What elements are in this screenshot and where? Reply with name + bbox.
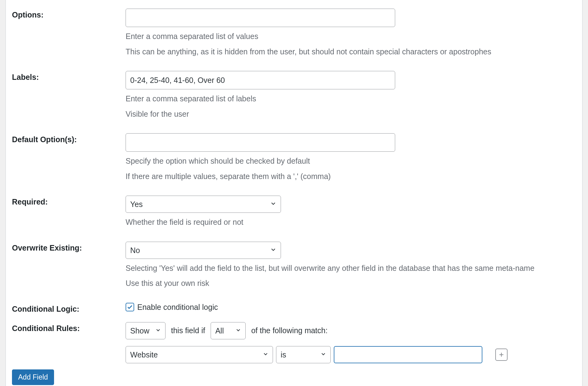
label-conditional-logic: Conditional Logic: — [12, 303, 126, 314]
rules-text-2: of the following match: — [251, 326, 328, 335]
row-options: Options: Enter a comma separated list of… — [12, 9, 576, 57]
overwrite-help-2: Use this at your own risk — [126, 278, 576, 289]
rule-action-select-wrap: Show — [126, 322, 165, 339]
label-required: Required: — [12, 196, 126, 206]
row-default-options: Default Option(s): Specify the option wh… — [12, 133, 576, 182]
required-select-wrap: Yes — [126, 196, 281, 213]
row-conditional-logic: Conditional Logic: Enable conditional lo… — [12, 303, 576, 314]
default-options-help-1: Specify the option which should be check… — [126, 155, 576, 167]
add-rule-button[interactable] — [495, 349, 508, 361]
rule-op-select-wrap: is — [276, 346, 331, 363]
rule-match-select[interactable]: All — [211, 322, 246, 339]
label-default-options: Default Option(s): — [12, 133, 126, 144]
row-overwrite: Overwrite Existing: No Selecting 'Yes' w… — [12, 242, 576, 289]
overwrite-select[interactable]: No — [126, 242, 281, 259]
labels-input[interactable] — [126, 71, 395, 89]
conditional-logic-checkbox-label: Enable conditional logic — [137, 303, 218, 312]
labels-help-1: Enter a comma separated list of labels — [126, 93, 576, 105]
required-select[interactable]: Yes — [126, 196, 281, 213]
row-conditional-rules: Conditional Rules: Show this field if Al… — [12, 322, 576, 363]
conditional-logic-checkbox[interactable] — [126, 303, 134, 311]
field-settings-panel: Options: Enter a comma separated list of… — [6, 0, 582, 386]
options-help-1: Enter a comma separated list of values — [126, 31, 576, 42]
plus-icon — [498, 351, 505, 358]
label-overwrite: Overwrite Existing: — [12, 242, 126, 252]
row-required: Required: Yes Whether the field is requi… — [12, 196, 576, 228]
label-conditional-rules: Conditional Rules: — [12, 322, 126, 333]
overwrite-select-wrap: No — [126, 242, 281, 259]
label-labels: Labels: — [12, 71, 126, 82]
default-options-input[interactable] — [126, 133, 395, 152]
check-icon — [127, 304, 133, 310]
row-labels: Labels: Enter a comma separated list of … — [12, 71, 576, 120]
options-input[interactable] — [126, 9, 395, 27]
rule-action-select[interactable]: Show — [126, 322, 165, 339]
label-options: Options: — [12, 9, 126, 19]
options-help-2: This can be anything, as it is hidden fr… — [126, 46, 576, 58]
overwrite-help-1: Selecting 'Yes' will add the field to th… — [126, 263, 576, 274]
rule-field-select-wrap: Website — [126, 346, 273, 363]
labels-help-2: Visible for the user — [126, 108, 576, 120]
add-field-button[interactable]: Add Field — [12, 369, 54, 385]
required-help: Whether the field is required or not — [126, 216, 576, 228]
default-options-help-2: If there are multiple values, separate t… — [126, 171, 576, 182]
rule-match-select-wrap: All — [211, 322, 246, 339]
rule-op-select[interactable]: is — [276, 346, 331, 363]
rule-value-input[interactable] — [334, 346, 482, 363]
rule-field-select[interactable]: Website — [126, 346, 273, 363]
rules-text-1: this field if — [171, 326, 205, 335]
